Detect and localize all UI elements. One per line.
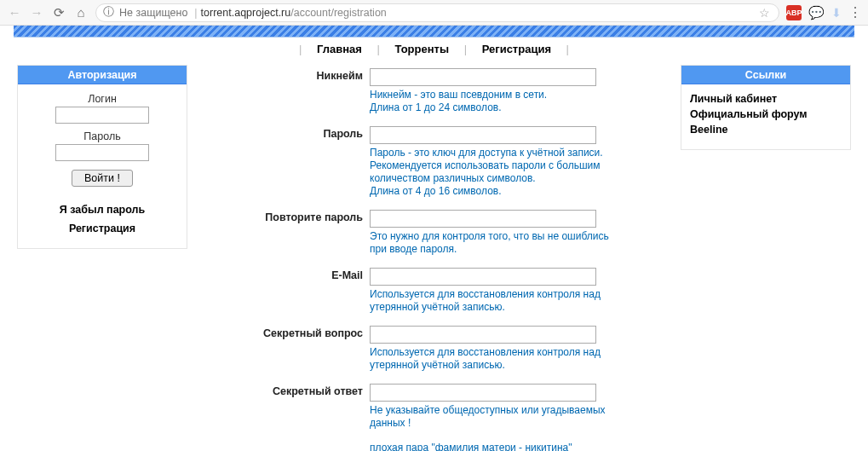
browser-toolbar: ← → ⟳ ⌂ ⓘ Не защищено | torrent.aqprojec… [0,0,868,26]
links-panel-item[interactable]: Личный кабинет [690,91,842,107]
nav-registration[interactable]: Регистрация [482,43,551,55]
chat-icon[interactable]: 💬 [808,5,825,20]
pass-label: Пароль [263,126,370,198]
register-link[interactable]: Регистрация [25,219,180,238]
answer-hint-2: плохая пара "фамилия матери - никитина" … [370,442,617,451]
forward-icon: → [29,5,44,20]
extensions-tray: ABP 💬 ⬇ ⋮ [786,4,861,20]
question-hint: Используется для восстановления контроля… [370,346,617,372]
registration-form: Никнейм Никнейм - это ваш псевдоним в се… [251,65,681,451]
password-input[interactable] [55,144,149,161]
url-host: torrent.aqproject.ru [201,7,291,19]
reload-icon[interactable]: ⟳ [51,5,66,20]
main-nav: | Главная | Торренты | Регистрация | [14,38,854,61]
login-button[interactable]: Войти ! [72,170,133,187]
nav-home[interactable]: Главная [317,43,362,55]
reg-password2-input[interactable] [370,210,596,228]
header-stripe [14,26,854,38]
links-panel: Ссылки Личный кабинет Официальный форум … [681,65,851,150]
login-label: Логин [25,93,180,105]
auth-panel: Авторизация Логин Пароль Войти ! Я забыл… [17,65,187,249]
nick-input[interactable] [370,68,596,86]
insecure-label: Не защищено [119,7,187,19]
pass2-label: Повторите пароль [263,210,370,256]
nick-hint: Никнейм - это ваш псевдоним в сети. Длин… [370,89,617,114]
answer-label: Секретный ответ [263,384,370,451]
email-hint: Используется для восстановления контроля… [370,288,617,314]
back-icon: ← [7,5,22,20]
home-icon[interactable]: ⌂ [73,5,89,20]
question-input[interactable] [370,326,596,344]
email-label: E-Mail [263,268,370,314]
adblock-icon[interactable]: ABP [786,5,802,20]
links-panel-title: Ссылки [681,66,850,84]
password-label: Пароль [25,130,180,142]
answer-hint-1: Не указывайте общедоступных или угадывае… [370,404,617,430]
bookmark-icon[interactable]: ☆ [759,6,770,20]
pass2-hint: Это нужно для контроля того, что вы не о… [370,230,617,256]
pass-hint: Пароль - это ключ для доступа к учётной … [370,147,617,198]
address-bar[interactable]: ⓘ Не защищено | torrent.aqproject.ru/acc… [95,3,779,22]
forgot-password-link[interactable]: Я забыл пароль [25,200,180,219]
login-input[interactable] [55,107,149,124]
url-path: /account/registration [290,7,387,19]
info-icon: ⓘ [103,5,114,20]
nav-torrents[interactable]: Торренты [395,43,450,55]
auth-panel-title: Авторизация [18,66,187,84]
email-input[interactable] [370,268,596,286]
answer-input[interactable] [370,384,596,402]
question-label: Секретный вопрос [263,326,370,372]
download-icon[interactable]: ⬇ [831,6,842,20]
reg-password-input[interactable] [370,126,596,144]
nick-label: Никнейм [263,68,370,114]
links-panel-item[interactable]: Официальный форум Beeline [690,107,842,137]
browser-menu-icon[interactable]: ⋮ [848,4,861,20]
